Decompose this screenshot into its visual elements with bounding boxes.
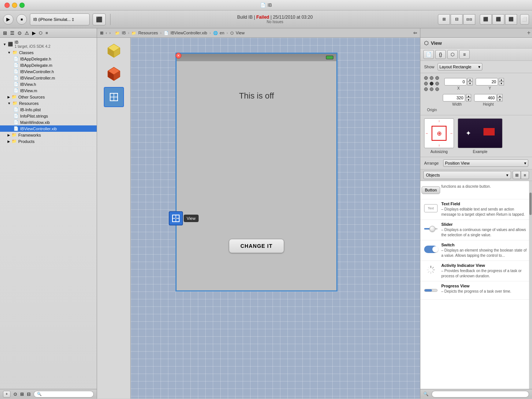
scheme-button[interactable]: ⬛ [93,13,106,25]
list-view-button[interactable]: ≡ [521,171,529,179]
tree-item-frameworks[interactable]: ▶ 📁 Frameworks [0,132,97,138]
show-select[interactable]: Layout Rectangle ▾ [438,63,482,71]
search-input[interactable]: 🔍 [34,391,94,398]
tree-item-products[interactable]: ▶ 📁 Products [0,138,97,144]
editor-standard-button[interactable]: ⊞ [438,14,450,25]
x-stepper-down[interactable]: ▼ [467,82,473,85]
nav-forward-button[interactable]: › [109,31,111,35]
tree-item-other-sources[interactable]: ▶ 📁 Other Sources [0,94,97,100]
debug-toggle[interactable]: ⬛ [492,14,504,25]
breadcrumb-en[interactable]: en [220,31,224,35]
x-stepper[interactable]: ▲ ▼ [467,78,473,85]
width-field[interactable]: 320 [443,94,465,102]
y-field[interactable]: 20 [476,78,498,85]
grid-icon-bottom[interactable]: ⊞ [20,392,24,397]
breadcrumb-view[interactable]: View [236,31,245,35]
inspector-tab-bindings[interactable]: ≡ [459,50,470,59]
organizer-button[interactable]: ⬜ [520,14,529,25]
tree-item-view-h[interactable]: 📄 IBView.h [0,81,97,87]
height-stepper-down[interactable]: ▼ [497,98,503,102]
arrange-select[interactable]: Position View ▾ [443,159,528,167]
height-stepper[interactable]: ▲ ▼ [497,94,503,102]
tree-item-infoplist[interactable]: 📄 IB-Info.plist [0,106,97,113]
canvas-area[interactable]: ✕ This is off CHANGE IT [131,38,420,399]
position-grid[interactable] [424,76,440,92]
tree-item-appdelegate-m[interactable]: 📄 IBAppDelegate.m [0,62,97,68]
tree-item-appdelegate-h[interactable]: 📄 IBAppDelegate.h [0,56,97,62]
grid-view-button[interactable]: ⊞ [513,171,521,179]
nav-back-button[interactable]: ‹ [106,31,107,35]
view-icon-breadcrumb: ⬡ [230,31,234,35]
expand-arrow-root[interactable]: ▼ [3,43,6,46]
library-item-slider[interactable]: Slider – Displays a continuous range of … [420,220,532,240]
iphone-close-button[interactable]: ✕ [175,53,181,59]
x-stepper-up[interactable]: ▲ [467,78,473,82]
editor-version-button[interactable]: ⊟⊟ [463,14,475,25]
library-search-input[interactable] [432,391,529,398]
nav-tab-6[interactable]: ⬡ [39,31,43,35]
tree-item-view-m[interactable]: 📄 IBView.m [0,87,97,94]
close-button[interactable] [4,3,10,8]
width-stepper[interactable]: ▲ ▼ [466,94,471,102]
simulator-select[interactable]: IB (iPhone Simulat... ‡ [30,13,90,25]
inspector-tab-connections[interactable]: ⬡ [447,50,458,59]
list-icon-bottom[interactable]: ⊟ [27,392,31,397]
tree-item-mainwindow[interactable]: 📄 MainWindow.xib [0,119,97,125]
y-stepper[interactable]: ▲ ▼ [499,78,504,85]
expand-arrow-frameworks[interactable]: ▶ [7,133,10,137]
nav-tab-4[interactable]: ⚠ [25,30,29,36]
x-field[interactable]: 0 [444,78,467,85]
tree-item-classes[interactable]: ▼ 📁 Classes [0,49,97,56]
breadcrumb-resources[interactable]: Resources [138,31,158,35]
stop-button[interactable]: ■ [16,14,27,25]
nav-tab-1[interactable]: ⊞ [3,30,7,36]
breadcrumb-xib[interactable]: IBViewController.xib [171,31,207,35]
add-item-button[interactable]: + [3,391,10,398]
library-item-progress[interactable]: Progress View – Depicts the progress of … [420,281,532,300]
expand-arrow-resources[interactable]: ▼ [7,102,11,105]
tree-item-ibviewcontroller-xib[interactable]: 📄 IBViewController.xib [0,125,97,132]
maximize-button[interactable] [19,3,25,8]
breadcrumb-ib[interactable]: IB [122,31,125,35]
expand-icon[interactable]: ⇦ [413,30,417,35]
editor-assistant-button[interactable]: ⊟ [451,14,463,25]
height-field[interactable]: 460 [474,94,497,102]
history-icon[interactable]: ⊙ [13,392,17,397]
tree-root[interactable]: ▼ ⬛ IB 1 target, iOS SDK 4.2 [0,39,97,49]
autosizing-control[interactable]: ⊕ ↕ ↕ ↔ ↔ [424,118,454,148]
object-cube-yellow[interactable] [104,41,124,61]
expand-arrow-products[interactable]: ▶ [7,140,10,143]
inspector-tab-attributes[interactable]: 📄 [423,50,434,59]
nav-tab-7[interactable]: ≡ [46,31,48,35]
library-item-switch[interactable]: Switch – Displays an element showing the… [420,240,532,261]
change-it-button[interactable]: CHANGE IT [229,239,284,253]
object-lib-dropdown[interactable]: Objects ▾ [423,171,511,179]
add-tab-button[interactable]: + [527,29,531,36]
grid-icon[interactable]: ⊞ [100,31,103,35]
library-item-textfield[interactable]: Text Text Field – Displays editable text… [420,199,532,220]
width-stepper-up[interactable]: ▲ [466,94,471,98]
inspector-tab-size[interactable]: {} [435,50,446,59]
utilities-toggle[interactable]: ⬛ [505,14,517,25]
library-scrollbar[interactable] [529,181,532,389]
tree-item-viewcontroller-m[interactable]: 📄 IBViewController.m [0,75,97,81]
object-cube-orange[interactable] [104,64,124,84]
nav-tab-3[interactable]: ⊙ [18,30,22,36]
height-stepper-up[interactable]: ▲ [497,94,503,98]
minimize-button[interactable] [12,3,17,8]
play-button[interactable]: ▶ [3,14,13,25]
navigator-toggle[interactable]: ⬛ [480,14,492,25]
y-stepper-down[interactable]: ▼ [499,82,504,85]
expand-arrow-classes[interactable]: ▼ [7,51,11,54]
tree-item-infoplist-strings[interactable]: 📄 InfoPlist.strings [0,113,97,119]
library-item-activity[interactable]: Activity Indicator View – Provides feedb… [420,261,532,281]
y-stepper-up[interactable]: ▲ [499,78,504,82]
expand-arrow-other[interactable]: ▶ [7,95,10,99]
toolbar: ▶ ■ IB (iPhone Simulat... ‡ ⬛ Build IB |… [0,10,532,28]
object-view-selected[interactable] [104,87,124,107]
nav-tab-5[interactable]: ▶ [32,30,36,36]
tree-item-resources[interactable]: ▼ 📁 Resources [0,100,97,106]
tree-item-viewcontroller-h[interactable]: 📄 IBViewController.h [0,68,97,75]
width-stepper-down[interactable]: ▼ [466,98,471,102]
nav-tab-2[interactable]: ☰ [10,30,15,36]
